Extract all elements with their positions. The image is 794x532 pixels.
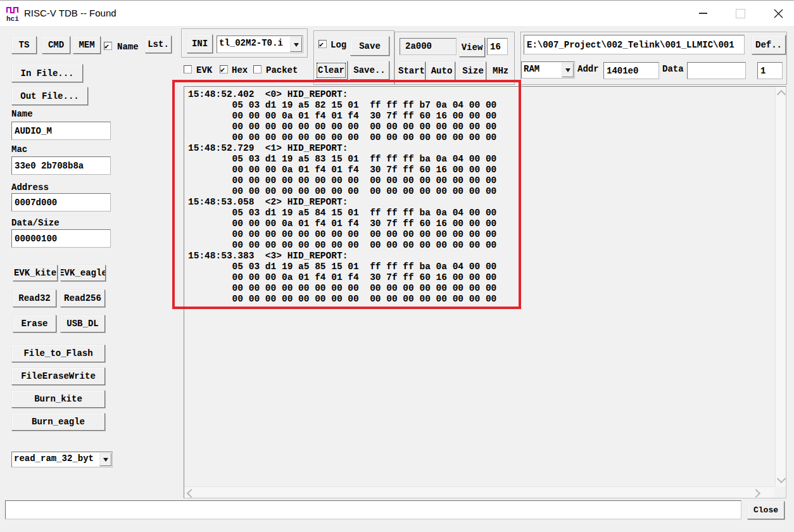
status-input[interactable] — [5, 500, 741, 519]
close-window-button[interactable] — [763, 1, 794, 26]
maximize-icon — [736, 9, 745, 18]
close-icon — [774, 9, 783, 18]
log-line: 15:48:52.402 <0> HID_REPORT: — [188, 89, 773, 100]
minimize-button[interactable] — [688, 1, 717, 26]
vertical-scrollbar[interactable] — [775, 87, 786, 486]
scroll-up-icon[interactable] — [777, 90, 786, 99]
address-input[interactable] — [11, 193, 111, 212]
data-size-field-label: Data/Size — [11, 218, 60, 228]
count-input[interactable] — [757, 62, 783, 79]
name-checkbox[interactable] — [104, 42, 112, 50]
log-line: 00 00 00 00 00 00 00 00 00 00 00 00 00 0… — [188, 132, 773, 143]
save-as-button[interactable]: Save.. — [350, 61, 389, 80]
burn-eagle-button[interactable]: Burn_eagle — [11, 413, 105, 431]
ini-file-dropdown[interactable]: tl_02M2-T0.i — [217, 35, 303, 53]
auto-button[interactable]: Auto — [428, 61, 455, 80]
ini-file-dropdown-value: tl_02M2-T0.i — [219, 38, 291, 48]
lst-button[interactable]: Lst. — [145, 35, 172, 53]
erase-button[interactable]: Erase — [13, 315, 56, 332]
view-button[interactable]: View — [459, 37, 485, 57]
start-button[interactable]: Start — [398, 61, 425, 80]
log-entry: 15:48:52.402 <0> HID_REPORT: 05 03 d1 19… — [188, 89, 773, 143]
log-line: 00 00 00 00 00 00 00 00 00 00 00 00 00 0… — [188, 122, 773, 132]
log-line: 15:48:52.729 <1> HID_REPORT: — [188, 143, 773, 154]
data-size-input[interactable] — [11, 229, 111, 248]
clear-button[interactable]: Clear — [315, 61, 348, 80]
log-line: 00 00 00 00 00 00 00 00 00 00 00 00 00 0… — [188, 240, 773, 251]
scroll-down-icon[interactable] — [777, 474, 786, 483]
log-line: 15:48:53.058 <2> HID_REPORT: — [188, 197, 773, 208]
log-line: 00 00 00 00 00 00 00 00 00 00 00 00 00 0… — [188, 294, 773, 305]
chevron-down-icon[interactable] — [562, 63, 574, 77]
memory-type-dropdown-value: RAM — [524, 64, 563, 74]
in-file-button[interactable]: In File... — [11, 64, 83, 82]
log-output-area[interactable]: 15:48:52.402 <0> HID_REPORT: 05 03 d1 19… — [184, 86, 786, 498]
address-field-label: Address — [11, 182, 49, 193]
view-size-input[interactable] — [487, 38, 508, 55]
ini-button[interactable]: INI — [187, 34, 213, 53]
maximize-button[interactable] — [726, 1, 755, 26]
cmd-button[interactable]: CMD — [42, 36, 70, 54]
svg-text:hci: hci — [6, 15, 19, 22]
hex-checkbox[interactable] — [220, 65, 228, 73]
scroll-right-icon[interactable] — [752, 489, 760, 498]
horizontal-scrollbar[interactable] — [184, 486, 774, 498]
titlebar: hci RISC-V TDB -- Found — [0, 0, 794, 26]
evk-checkbox-label: EVK — [196, 65, 212, 75]
packet-checkbox[interactable] — [253, 65, 262, 73]
packet-checkbox-label: Packet — [266, 65, 298, 75]
evk-kite-button[interactable]: EVK_kite — [13, 265, 58, 281]
data-input[interactable] — [687, 62, 746, 79]
file-to-flash-button[interactable]: File_to_Flash — [11, 345, 105, 362]
out-file-button[interactable]: Out File... — [11, 87, 88, 105]
log-line: 00 00 00 00 00 00 00 00 00 00 00 00 00 0… — [188, 175, 773, 186]
app-window: hci RISC-V TDB -- Found TS CMD MEM Name … — [0, 0, 794, 532]
chevron-down-icon[interactable] — [290, 37, 302, 52]
log-checkbox-label: Log — [331, 40, 346, 50]
mem-button[interactable]: MEM — [73, 36, 101, 54]
def-button[interactable]: Def.. — [752, 35, 786, 54]
file-erase-write-button[interactable]: FileEraseWrite — [11, 367, 105, 385]
name-checkbox-label: Name — [117, 42, 139, 52]
close-button[interactable]: Close — [747, 501, 785, 519]
data-label: Data — [662, 64, 684, 74]
minimize-icon — [699, 13, 707, 14]
usb-dl-button[interactable]: USB_DL — [60, 315, 105, 332]
hci-logo-icon: hci — [6, 6, 21, 22]
log-line: 05 03 d1 19 a5 82 15 01 ff ff ff b7 0a 0… — [188, 100, 773, 111]
log-text: 15:48:52.402 <0> HID_REPORT: 05 03 d1 19… — [188, 89, 773, 485]
scroll-left-icon[interactable] — [187, 489, 196, 498]
log-line: 05 03 d1 19 a5 84 15 01 ff ff ff ba 0a 0… — [188, 208, 773, 218]
addr-label: Addr — [577, 64, 599, 74]
log-line: 00 00 00 0a 01 f4 01 f4 30 7f ff 60 16 0… — [188, 111, 773, 122]
size-button[interactable]: Size — [460, 61, 486, 80]
log-line: 00 00 00 00 00 00 00 00 00 00 00 00 00 0… — [188, 186, 773, 197]
command-dropdown-value: read_ram_32_byt — [14, 453, 101, 464]
project-path-input[interactable] — [524, 35, 745, 54]
addr-input[interactable] — [603, 62, 659, 79]
read256-button[interactable]: Read256 — [60, 289, 105, 307]
log-line: 15:48:53.383 <3> HID_REPORT: — [188, 251, 773, 262]
log-entry: 15:48:52.729 <1> HID_REPORT: 05 03 d1 19… — [188, 143, 773, 197]
name-input[interactable] — [11, 122, 111, 140]
window-title: RISC-V TDB -- Found — [24, 8, 117, 18]
burn-kite-button[interactable]: Burn_kite — [11, 390, 105, 408]
mac-input[interactable] — [11, 156, 111, 175]
log-checkbox[interactable] — [318, 40, 327, 48]
read32-button[interactable]: Read32 — [13, 289, 56, 307]
mac-field-label: Mac — [11, 144, 27, 155]
memory-type-dropdown[interactable]: RAM — [521, 61, 575, 79]
log-line: 00 00 00 0a 01 f4 01 f4 30 7f ff 60 16 0… — [188, 272, 773, 283]
chevron-down-icon[interactable] — [99, 453, 111, 466]
name-field-label: Name — [11, 109, 33, 119]
log-line: 00 00 00 0a 01 f4 01 f4 30 7f ff 60 16 0… — [188, 165, 773, 175]
save-button[interactable]: Save — [350, 36, 389, 56]
log-line: 00 00 00 00 00 00 00 00 00 00 00 00 00 0… — [188, 229, 773, 240]
view-address-field[interactable]: 2a000 — [400, 38, 457, 55]
evk-eagle-button[interactable]: EVK_eagle — [60, 265, 106, 281]
log-line: 00 00 00 0a 01 f4 01 f4 30 7f ff 60 16 0… — [188, 218, 773, 229]
ts-button[interactable]: TS — [11, 36, 37, 54]
command-dropdown[interactable]: read_ram_32_byt — [11, 452, 113, 467]
evk-checkbox[interactable] — [184, 65, 192, 73]
log-entry: 15:48:53.383 <3> HID_REPORT: 05 03 d1 19… — [188, 251, 773, 305]
